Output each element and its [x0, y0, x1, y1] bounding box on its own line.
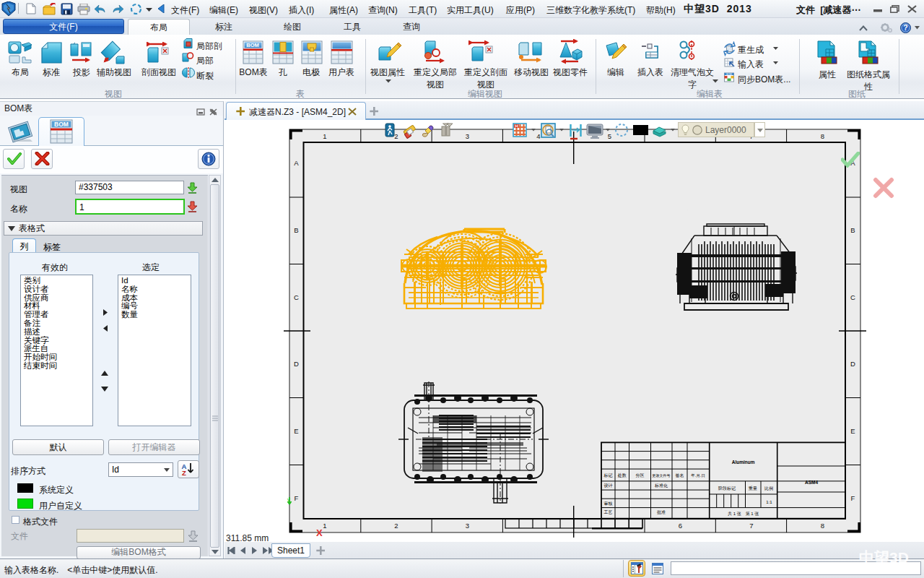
svg-text:ASM4: ASM4 — [805, 480, 818, 485]
svg-text:7: 7 — [749, 522, 753, 530]
svg-text:签名: 签名 — [676, 473, 684, 478]
svg-text:年.月.日: 年.月.日 — [691, 473, 705, 478]
svg-text:8: 8 — [821, 132, 824, 140]
svg-text:更改文件号: 更改文件号 — [653, 473, 671, 478]
svg-text:6: 6 — [679, 522, 682, 530]
svg-text:处数: 处数 — [617, 473, 627, 478]
svg-text:B: B — [294, 226, 298, 234]
svg-text:设计: 设计 — [604, 483, 613, 488]
svg-text:2: 2 — [394, 522, 398, 530]
svg-text:E: E — [294, 427, 298, 435]
svg-text:审核: 审核 — [604, 501, 613, 506]
svg-text:BOM: BOM — [726, 73, 732, 76]
svg-text:C: C — [294, 293, 299, 301]
svg-text:重量: 重量 — [748, 486, 757, 491]
svg-text:BOM: BOM — [54, 121, 69, 128]
svg-text:Aluminum: Aluminum — [732, 460, 755, 465]
svg-text:标准化: 标准化 — [654, 483, 668, 488]
svg-text:1: 1 — [323, 132, 326, 140]
svg-text:D: D — [850, 360, 855, 368]
svg-text:Z: Z — [182, 469, 186, 476]
svg-text:1:1: 1:1 — [766, 500, 772, 504]
svg-text:?: ? — [903, 23, 907, 32]
svg-text:工艺: 工艺 — [604, 509, 613, 514]
svg-text:批准: 批准 — [657, 510, 666, 515]
svg-text:E: E — [850, 427, 855, 435]
svg-text:共 1 张 第 1 张: 共 1 张 第 1 张 — [728, 512, 759, 517]
svg-text:比例: 比例 — [764, 486, 773, 491]
svg-text:分区: 分区 — [636, 473, 645, 478]
svg-text:X: X — [316, 527, 323, 538]
svg-text:F: F — [851, 494, 855, 502]
svg-text:8: 8 — [821, 522, 824, 530]
svg-text:标记: 标记 — [603, 473, 613, 478]
svg-text:D: D — [294, 360, 299, 368]
svg-text:1: 1 — [323, 522, 326, 530]
svg-text:A: A — [294, 159, 299, 167]
svg-text:BOM: BOM — [246, 42, 259, 48]
svg-text:F: F — [295, 494, 299, 502]
svg-text:阶段标记: 阶段标记 — [718, 486, 736, 491]
svg-text:B: B — [850, 226, 855, 234]
svg-text:3: 3 — [466, 522, 469, 530]
svg-text:C: C — [850, 293, 855, 301]
svg-text:y: y — [287, 496, 290, 503]
